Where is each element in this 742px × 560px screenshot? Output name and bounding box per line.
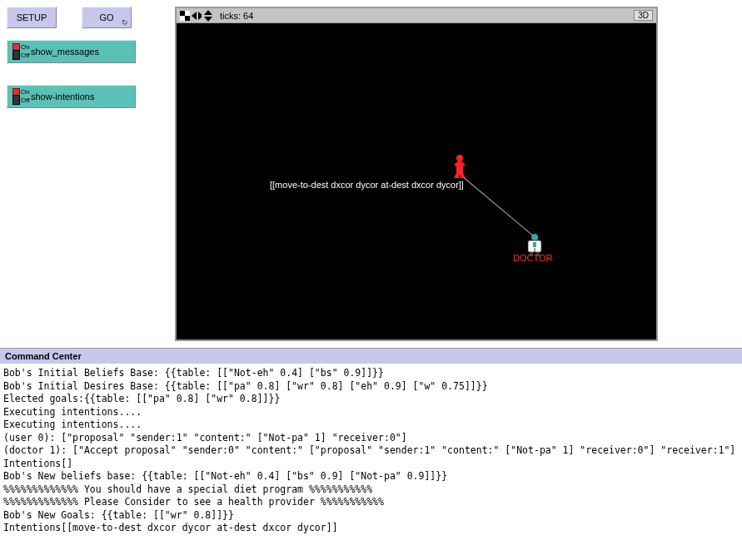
arrows-ud-icon[interactable]	[203, 11, 213, 21]
command-center-output: Bob's Initial Beliefs Base: {{table: [["…	[0, 364, 742, 538]
command-center-header: Command Center	[0, 348, 742, 364]
svg-marker-9	[454, 160, 466, 178]
setup-button[interactable]: SETUP	[7, 7, 57, 28]
toggle-label: show_messages	[31, 47, 99, 57]
svg-rect-3	[180, 16, 185, 21]
checker-icon[interactable]	[180, 11, 190, 21]
svg-rect-0	[180, 11, 185, 16]
svg-rect-12	[533, 242, 536, 247]
doctor-label: DOCTOR	[513, 253, 552, 263]
switch-icon: On Off	[12, 43, 26, 60]
toggle-show-intentions[interactable]: On Off show-intentions	[7, 85, 136, 108]
svg-marker-4	[192, 12, 197, 20]
svg-point-10	[531, 234, 538, 240]
off-label: Off	[21, 97, 26, 105]
person-intention-label: [[move-to-dest dxcor dycor at-dest dxcor…	[270, 180, 464, 190]
svg-marker-7	[204, 17, 212, 22]
toggle-show-messages[interactable]: On Off show_messages	[7, 40, 136, 63]
person-agent	[451, 155, 468, 181]
svg-rect-2	[185, 11, 190, 16]
world-canvas[interactable]: [[move-to-dest dxcor dycor at-dest dxcor…	[177, 23, 656, 339]
ticks-label: ticks: 64	[220, 11, 627, 21]
svg-marker-6	[204, 10, 212, 15]
world-view-panel: ticks: 64 3D [[move-to-dest dxcor dycor …	[175, 7, 658, 341]
toggle-label: show-intentions	[31, 92, 94, 102]
go-button[interactable]: GO	[82, 7, 132, 28]
switch-icon: On Off	[12, 88, 26, 105]
on-label: On	[21, 88, 26, 97]
svg-rect-1	[185, 16, 190, 21]
off-label: Off	[21, 52, 26, 60]
link-line	[459, 173, 539, 240]
on-label: On	[21, 43, 26, 52]
3d-button[interactable]: 3D	[634, 10, 653, 21]
arrows-lr-icon[interactable]	[192, 11, 202, 21]
svg-marker-5	[198, 12, 202, 20]
